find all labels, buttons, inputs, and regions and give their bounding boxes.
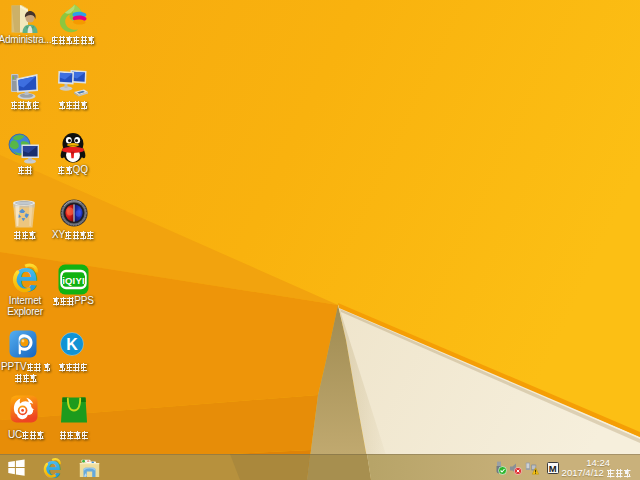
svg-text:K: K bbox=[66, 336, 78, 353]
svg-text:iQIYI: iQIYI bbox=[62, 275, 85, 286]
